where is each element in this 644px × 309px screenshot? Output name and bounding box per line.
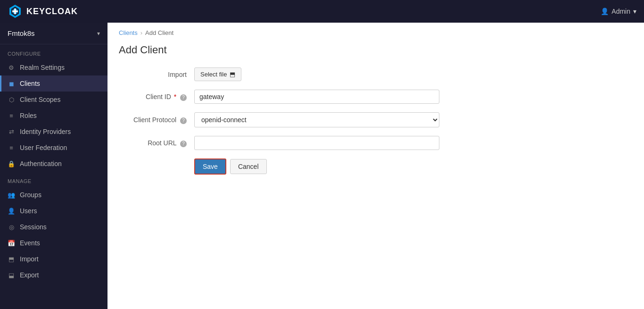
sidebar-item-label: User Federation (20, 144, 67, 151)
breadcrumb-current: Add Client (145, 29, 173, 36)
page-content: Add Client Import Select file ⬒ Clie (107, 40, 644, 186)
root-url-input[interactable] (194, 136, 439, 150)
import-row: Import Select file ⬒ (119, 67, 477, 81)
sidebar-item-user-federation[interactable]: ≡ User Federation (0, 140, 107, 156)
save-button[interactable]: Save (194, 159, 226, 175)
breadcrumb: Clients › Add Client (107, 23, 644, 40)
realm-selector[interactable]: Fmtok8s ▾ (0, 23, 107, 44)
client-id-label: Client ID * ? (119, 93, 194, 101)
root-url-control (194, 136, 439, 150)
roles-icon: ≡ (8, 112, 15, 119)
sidebar-item-label: Users (20, 207, 37, 215)
import-label: Import (119, 71, 194, 78)
breadcrumb-separator: › (140, 29, 142, 36)
sidebar-item-authentication[interactable]: 🔒 Authentication (0, 156, 107, 172)
client-id-help-icon[interactable]: ? (180, 94, 187, 101)
sidebar-item-label: Clients (20, 80, 40, 87)
user-menu[interactable]: 👤 Admin ▾ (601, 8, 636, 15)
sidebar-item-label: Client Scopes (20, 96, 60, 103)
user-label: Admin (611, 8, 630, 15)
sidebar: Fmtok8s ▾ Configure ⚙ Realm Settings ◼ C… (0, 23, 107, 309)
import-icon: ⬒ (8, 255, 15, 263)
sidebar-item-groups[interactable]: 👥 Groups (0, 187, 107, 203)
main-content: Clients › Add Client Add Client Import S… (107, 23, 644, 309)
topnav: KEYCLOAK 👤 Admin ▾ (0, 0, 644, 23)
sidebar-item-client-scopes[interactable]: ⬡ Client Scopes (0, 92, 107, 108)
select-file-label: Select file (200, 71, 227, 78)
sidebar-item-events[interactable]: 📅 Events (0, 235, 107, 251)
sidebar-item-label: Authentication (20, 160, 62, 167)
sidebar-item-sessions[interactable]: ◎ Sessions (0, 219, 107, 235)
svg-rect-4 (12, 10, 18, 12)
client-protocol-label: Client Protocol ? (119, 116, 194, 124)
sidebar-item-export[interactable]: ⬓ Export (0, 267, 107, 283)
sidebar-item-label: Realm Settings (20, 64, 65, 71)
clients-icon: ◼ (8, 80, 15, 87)
sidebar-item-label: Export (20, 271, 39, 279)
cancel-button[interactable]: Cancel (230, 159, 267, 174)
sidebar-item-identity-providers[interactable]: ⇄ Identity Providers (0, 124, 107, 140)
realm-name: Fmtok8s (8, 29, 35, 37)
sidebar-item-label: Identity Providers (20, 128, 71, 135)
sidebar-item-users[interactable]: 👤 Users (0, 203, 107, 219)
sidebar-item-label: Sessions (20, 223, 47, 231)
sidebar-item-roles[interactable]: ≡ Roles (0, 108, 107, 124)
sessions-icon: ◎ (8, 223, 15, 231)
upload-icon: ⬒ (230, 71, 235, 78)
root-url-label: Root URL ? (119, 139, 194, 147)
client-protocol-row: Client Protocol ? openid-connect saml (119, 112, 477, 127)
identity-providers-icon: ⇄ (8, 128, 15, 135)
root-url-help-icon[interactable]: ? (180, 141, 187, 147)
export-icon: ⬓ (8, 271, 15, 279)
sidebar-item-label: Events (20, 239, 40, 247)
sidebar-item-realm-settings[interactable]: ⚙ Realm Settings (0, 59, 107, 75)
client-protocol-control: openid-connect saml (194, 112, 439, 127)
logo-text: KEYCLOAK (26, 7, 78, 17)
configure-section-label: Configure (0, 44, 107, 59)
client-id-required: * (174, 93, 176, 100)
client-scopes-icon: ⬡ (8, 96, 15, 103)
authentication-icon: 🔒 (8, 160, 15, 167)
client-id-control (194, 90, 439, 104)
client-protocol-select[interactable]: openid-connect saml (194, 112, 439, 127)
sidebar-item-label: Roles (20, 112, 37, 119)
events-icon: 📅 (8, 239, 15, 247)
users-icon: 👤 (8, 207, 15, 215)
add-client-form: Import Select file ⬒ Client ID * ? (119, 67, 477, 175)
sidebar-item-import[interactable]: ⬒ Import (0, 251, 107, 267)
sidebar-item-label: Groups (20, 191, 41, 199)
sidebar-item-clients[interactable]: ◼ Clients (0, 75, 107, 92)
client-id-input[interactable] (194, 90, 439, 104)
page-title: Add Client (119, 44, 633, 56)
keycloak-logo-icon (8, 4, 23, 19)
sidebar-item-label: Import (20, 255, 39, 263)
form-actions: Save Cancel (119, 159, 477, 175)
manage-section-label: Manage (0, 172, 107, 187)
realm-chevron-icon: ▾ (97, 30, 100, 37)
client-protocol-help-icon[interactable]: ? (180, 117, 187, 124)
breadcrumb-parent[interactable]: Clients (119, 29, 138, 36)
import-control: Select file ⬒ (194, 67, 439, 81)
user-federation-icon: ≡ (8, 144, 15, 151)
groups-icon: 👥 (8, 191, 15, 199)
select-file-button[interactable]: Select file ⬒ (194, 67, 241, 81)
client-id-row: Client ID * ? (119, 90, 477, 104)
user-icon: 👤 (601, 8, 609, 15)
logo: KEYCLOAK (8, 4, 78, 19)
user-chevron-icon: ▾ (633, 8, 636, 15)
realm-settings-icon: ⚙ (8, 64, 15, 71)
root-url-row: Root URL ? (119, 136, 477, 150)
